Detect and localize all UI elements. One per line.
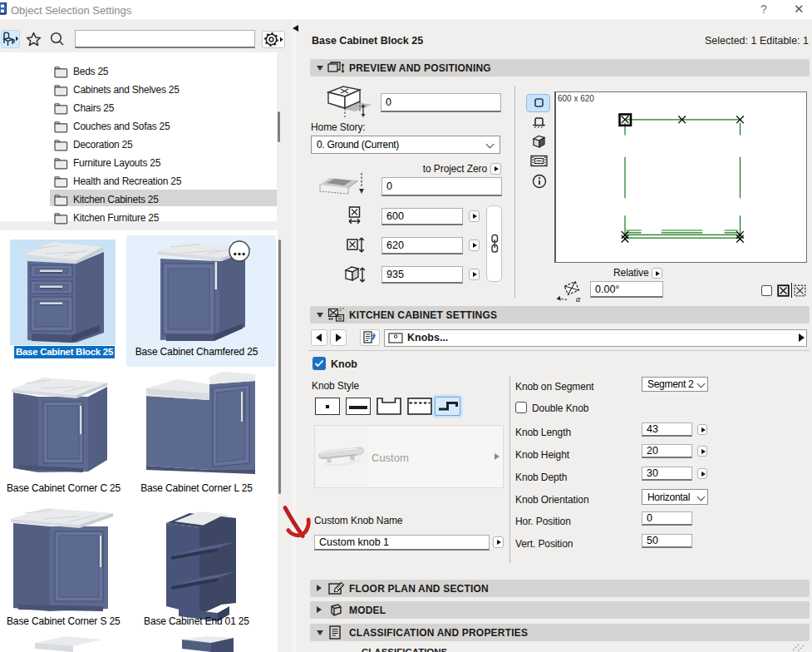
svg-text:α: α	[576, 294, 581, 303]
